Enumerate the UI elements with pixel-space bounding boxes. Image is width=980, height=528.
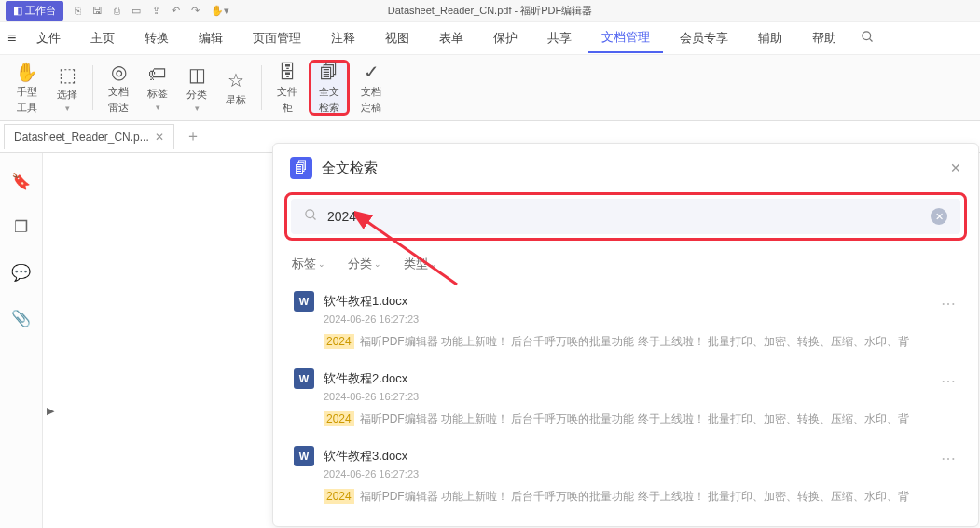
snippet-text: 福昕PDF编辑器 功能上新啦！ 后台千呼万唤的批量功能 终于上线啦！ 批量打印、… [360, 334, 909, 350]
finalize-button[interactable]: ✓ 文档 定稿 [353, 60, 389, 116]
menu-assist[interactable]: 辅助 [745, 24, 795, 52]
ribbon-label: 手型 [17, 85, 37, 99]
undo-icon[interactable]: ↶ [172, 5, 180, 17]
hand-icon[interactable]: ✋▾ [211, 5, 229, 17]
close-icon[interactable]: ✕ [155, 131, 164, 144]
open-icon[interactable]: ⎘ [75, 5, 81, 17]
menu-annotate[interactable]: 注释 [318, 24, 368, 52]
svg-line-1 [870, 38, 873, 41]
match-highlight: 2024 [324, 411, 354, 426]
close-icon[interactable]: ✕ [950, 160, 961, 175]
attachment-icon[interactable]: 📎 [11, 309, 31, 328]
doc-radar-button[interactable]: ◎ 文档 雷达 [101, 60, 136, 116]
fulltext-search-button[interactable]: 🗐 全文 检索 [309, 60, 350, 116]
workbench-tab[interactable]: ◧ 工作台 [6, 1, 63, 21]
star-button[interactable]: ☆ 星标 [218, 60, 254, 116]
clear-icon[interactable]: ✕ [931, 208, 947, 225]
ribbon-label: 雷达 [108, 101, 129, 115]
tag-icon: 🏷 [148, 63, 167, 85]
more-icon[interactable]: ⋯ [941, 295, 958, 313]
more-icon[interactable]: ⋯ [941, 450, 958, 467]
workbench-label: 工作台 [25, 4, 56, 18]
menu-home[interactable]: 主页 [77, 24, 128, 52]
svg-line-3 [312, 216, 315, 219]
ribbon-label: 全文 [319, 85, 339, 99]
search-icon [304, 208, 318, 225]
filter-type[interactable]: 类型⌄ [404, 256, 437, 272]
chevron-down-icon: ▾ [195, 104, 200, 113]
ribbon-label: 定稿 [361, 101, 381, 115]
match-highlight: 2024 [324, 334, 354, 349]
result-item[interactable]: W 软件教程3.docx 2024-06-26 16:27:23 2024 福昕… [286, 437, 965, 514]
hand-tool-button[interactable]: ✋ 手型 工具 [7, 60, 46, 116]
menu-file[interactable]: 文件 [23, 24, 74, 52]
print-icon[interactable]: ⎙ [114, 5, 120, 17]
menu-doc-manage[interactable]: 文档管理 [588, 23, 663, 53]
chevron-down-icon: ⌄ [318, 259, 325, 269]
result-item[interactable]: W 软件教程1.docx 2024-06-26 16:27:23 2024 福昕… [286, 282, 965, 359]
category-button[interactable]: ◫ 分类 ▾ [179, 60, 214, 116]
menu-form[interactable]: 表单 [426, 24, 476, 52]
title-bar: ◧ 工作台 ⎘ 🖫 ⎙ ▭ ⇪ ↶ ↷ ✋▾ Datasheet_Reader_… [0, 0, 980, 22]
filter-category[interactable]: 分类⌄ [348, 256, 381, 272]
search-input[interactable] [327, 209, 921, 224]
save-icon[interactable]: 🖫 [92, 5, 103, 17]
page-icon[interactable]: ▭ [131, 5, 141, 17]
select-button[interactable]: ⬚ 选择 ▾ [49, 60, 85, 116]
menu-protect[interactable]: 保护 [480, 24, 531, 52]
window-title: Datasheet_Reader_CN.pdf - 福昕PDF编辑器 [388, 4, 592, 18]
ribbon-label: 星标 [226, 93, 246, 107]
svg-point-0 [863, 32, 871, 40]
fulltext-search-panel: 🗐 全文检索 ✕ ✕ 标签⌄ 分类⌄ 类型⌄ W 软件教程1.docx 2024… [272, 143, 979, 527]
chevron-down-icon: ▾ [156, 103, 160, 112]
search-icon[interactable] [861, 30, 875, 47]
side-rail: 🔖 ❐ 💬 📎 [0, 153, 43, 528]
snippet-text: 福昕PDF编辑器 功能上新啦！ 后台千呼万唤的批量功能 终于上线啦！ 批量打印、… [360, 489, 909, 505]
ribbon-label: 文档 [108, 85, 129, 99]
word-icon: W [294, 446, 314, 466]
menu-convert[interactable]: 转换 [131, 24, 182, 52]
chevron-down-icon: ⌄ [374, 259, 381, 269]
menu-page[interactable]: 页面管理 [240, 24, 314, 52]
result-item[interactable]: W 软件教程2.docx 2024-06-26 16:27:23 2024 福昕… [286, 359, 965, 437]
match-highlight: 2024 [324, 489, 354, 504]
more-icon[interactable]: ⋯ [941, 372, 958, 390]
export-icon[interactable]: ⇪ [152, 5, 160, 17]
panel-header: 🗐 全文检索 ✕ [273, 144, 978, 192]
document-tab[interactable]: Datasheet_Reader_CN.p... ✕ [4, 124, 174, 149]
tags-button[interactable]: 🏷 标签 ▾ [140, 60, 175, 116]
menu-share[interactable]: 共享 [534, 24, 585, 52]
menu-bar: ≡ 文件 主页 转换 编辑 页面管理 注释 视图 表单 保护 共享 文档管理 会… [0, 22, 980, 54]
result-snippet: 2024 福昕PDF编辑器 功能上新啦！ 后台千呼万唤的批量功能 终于上线啦！ … [324, 411, 958, 427]
chevron-down-icon: ▾ [65, 104, 70, 113]
tab-label: Datasheet_Reader_CN.p... [14, 131, 149, 144]
filter-label: 分类 [348, 256, 372, 272]
ribbon-label: 选择 [57, 88, 77, 102]
file-cabinet-button[interactable]: 🗄 文件 柜 [269, 60, 305, 116]
result-snippet: 2024 福昕PDF编辑器 功能上新啦！ 后台千呼万唤的批量功能 终于上线啦！ … [324, 489, 958, 505]
ribbon-label: 文件 [277, 85, 297, 99]
add-tab-button[interactable]: ＋ [186, 127, 200, 146]
menu-member[interactable]: 会员专享 [667, 24, 741, 52]
search-box[interactable]: ✕ [291, 199, 960, 234]
pages-icon[interactable]: ❐ [14, 217, 28, 237]
redo-icon[interactable]: ↷ [191, 5, 200, 17]
expand-icon[interactable]: ▶ [43, 401, 58, 421]
panel-title: 全文检索 [322, 160, 941, 177]
hamburger-icon[interactable]: ≡ [7, 30, 16, 47]
ribbon-label: 检索 [319, 101, 339, 115]
comments-icon[interactable]: 💬 [11, 263, 31, 283]
result-snippet: 2024 福昕PDF编辑器 功能上新啦！ 后台千呼万唤的批量功能 终于上线啦！ … [324, 334, 958, 350]
quick-access-toolbar: ⎘ 🖫 ⎙ ▭ ⇪ ↶ ↷ ✋▾ [75, 5, 229, 17]
menu-help[interactable]: 帮助 [799, 24, 849, 52]
result-date: 2024-06-26 16:27:23 [324, 313, 958, 325]
filter-tags[interactable]: 标签⌄ [292, 256, 325, 272]
star-icon: ☆ [228, 69, 244, 91]
filter-label: 类型 [404, 256, 428, 272]
menu-edit[interactable]: 编辑 [186, 24, 236, 52]
bookmark-icon[interactable]: 🔖 [11, 172, 31, 191]
chevron-down-icon: ⌄ [430, 259, 437, 269]
ribbon-label: 文档 [361, 85, 381, 99]
menu-view[interactable]: 视图 [372, 24, 422, 52]
filter-row: 标签⌄ 分类⌄ 类型⌄ [273, 241, 978, 282]
